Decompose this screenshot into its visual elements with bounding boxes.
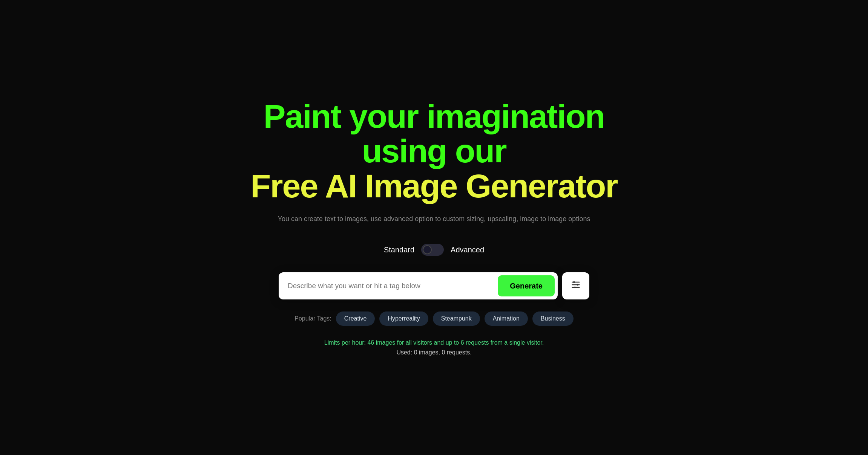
limits-text: Limits per hour: 46 images for all visit… <box>245 339 623 346</box>
mode-toggle-row: Standard Advanced <box>245 244 623 256</box>
tags-label: Popular Tags: <box>294 315 331 322</box>
toggle-thumb <box>423 245 432 254</box>
mode-toggle[interactable] <box>421 244 444 256</box>
tag-animation[interactable]: Animation <box>485 311 528 326</box>
tag-business[interactable]: Business <box>532 311 574 326</box>
subtitle-text: You can create text to images, use advan… <box>245 214 623 224</box>
svg-point-4 <box>577 284 578 286</box>
settings-button[interactable] <box>562 272 589 299</box>
main-container: Paint your imagination using our Free AI… <box>245 99 623 356</box>
search-box: Generate <box>279 272 558 299</box>
tag-steampunk[interactable]: Steampunk <box>433 311 480 326</box>
main-headline: Paint your imagination using our Free AI… <box>245 99 623 203</box>
standard-label: Standard <box>384 246 414 254</box>
generate-button[interactable]: Generate <box>498 275 555 296</box>
used-text: Used: 0 images, 0 requests. <box>245 349 623 356</box>
toggle-track <box>421 244 444 256</box>
tag-hyperreality[interactable]: Hyperreality <box>379 311 428 326</box>
svg-point-3 <box>573 281 575 283</box>
settings-icon <box>570 279 581 292</box>
tags-row: Popular Tags: Creative Hyperreality Stea… <box>245 311 623 326</box>
advanced-label: Advanced <box>451 246 484 254</box>
headline-line1: Paint your imagination using our <box>264 98 605 169</box>
svg-point-5 <box>574 287 576 289</box>
search-row: Generate <box>245 272 623 299</box>
headline-line2: Free AI Image Generator <box>251 167 618 205</box>
search-input[interactable] <box>288 282 498 290</box>
tag-creative[interactable]: Creative <box>336 311 375 326</box>
